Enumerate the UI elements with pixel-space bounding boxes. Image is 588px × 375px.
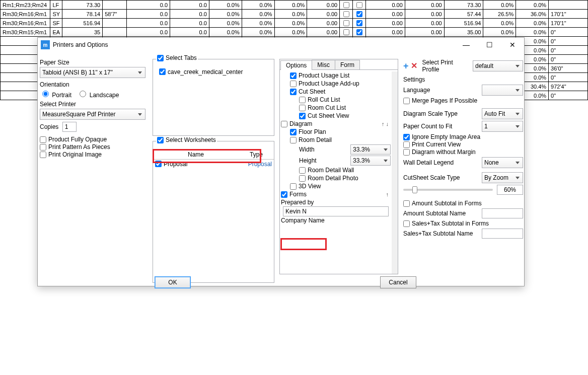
product-usage-addup-checkbox[interactable]: [290, 81, 297, 87]
add-profile-icon[interactable]: +: [403, 61, 409, 70]
select-profile-label: Select Print Profile: [422, 59, 471, 73]
grid-checkbox[interactable]: [343, 29, 349, 35]
settings-label: Settings: [403, 76, 523, 83]
tab-options[interactable]: Options: [280, 60, 312, 70]
grid-checkbox[interactable]: [343, 11, 349, 17]
grid-checkbox[interactable]: [356, 2, 362, 8]
grid-checkbox[interactable]: [356, 29, 362, 35]
titlebar: m Printers and Options — ☐ ✕: [38, 38, 524, 52]
delete-profile-icon[interactable]: ✕: [411, 62, 417, 70]
tab-item-checkbox[interactable]: [159, 68, 166, 75]
product-usage-list-checkbox[interactable]: [290, 72, 297, 79]
printers-and-options-dialog: m Printers and Options — ☐ ✕ Paper Size …: [37, 37, 525, 100]
cut-sheet-checkbox[interactable]: [290, 89, 297, 95]
roll-cut-list-checkbox[interactable]: [299, 97, 306, 101]
grid-checkbox[interactable]: [356, 11, 362, 17]
paper-size-label: Paper Size: [40, 59, 145, 66]
maximize-button[interactable]: ☐: [478, 38, 501, 52]
select-tabs-panel: Select Tabs cave_creek_medical_center: [153, 59, 274, 100]
tab-form[interactable]: Form: [335, 60, 360, 69]
dialog-title: Printers and Options: [53, 41, 455, 48]
tab-misc[interactable]: Misc: [312, 60, 335, 69]
select-tabs-checkbox[interactable]: [157, 55, 164, 61]
portrait-radio[interactable]: Portrait: [40, 92, 71, 99]
orientation-label: Orientation: [40, 81, 145, 88]
grid-checkbox[interactable]: [356, 20, 362, 26]
minimize-button[interactable]: —: [455, 38, 478, 52]
grid-checkbox[interactable]: [343, 20, 349, 26]
language-combo[interactable]: [482, 85, 523, 96]
close-button[interactable]: ✕: [501, 38, 524, 52]
grid-checkbox[interactable]: [343, 2, 349, 8]
landscape-radio[interactable]: Landscape: [77, 92, 119, 99]
merge-pages-checkbox[interactable]: [403, 98, 410, 101]
options-panel: Options Misc Form Product Usage List Pro…: [279, 59, 398, 100]
profile-combo[interactable]: default: [473, 60, 523, 71]
paper-size-combo[interactable]: Tabloid (ANSI B) 11" x 17": [40, 67, 145, 78]
app-icon: m: [41, 40, 50, 49]
